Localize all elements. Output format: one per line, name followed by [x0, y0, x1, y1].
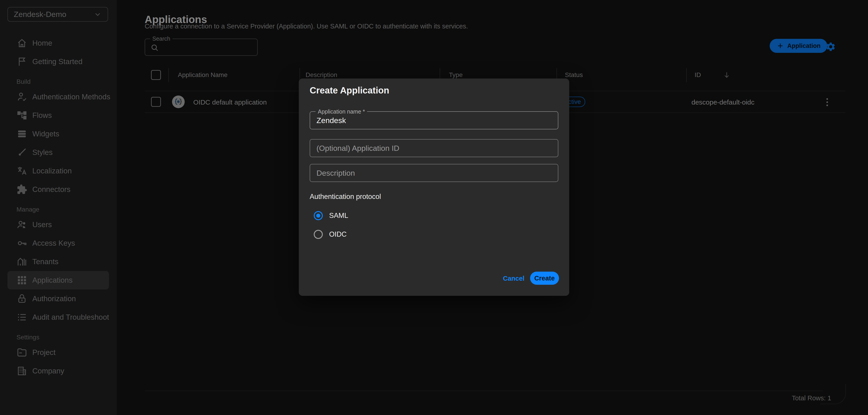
- radio-selected-icon: [314, 211, 323, 220]
- radio-option-label: SAML: [329, 212, 348, 220]
- description-field: [310, 164, 558, 182]
- radio-option-saml[interactable]: SAML: [314, 211, 348, 220]
- radio-option-label: OIDC: [329, 230, 347, 238]
- application-name-field: Application name *: [310, 111, 558, 129]
- radio-unselected-icon: [314, 230, 323, 239]
- create-button[interactable]: Create: [530, 272, 559, 285]
- app-root: Zendesk-Demo Home Getting Started Build …: [0, 0, 868, 415]
- modal-title: Create Application: [310, 85, 389, 96]
- application-id-input[interactable]: [316, 141, 552, 155]
- authentication-protocol-label: Authentication protocol: [310, 193, 381, 201]
- description-input[interactable]: [316, 166, 552, 180]
- create-application-modal: Create Application Application name * Au…: [299, 78, 569, 296]
- application-name-input[interactable]: [316, 113, 552, 128]
- cancel-button[interactable]: Cancel: [502, 275, 526, 282]
- application-id-field: [310, 139, 558, 157]
- radio-option-oidc[interactable]: OIDC: [314, 230, 347, 239]
